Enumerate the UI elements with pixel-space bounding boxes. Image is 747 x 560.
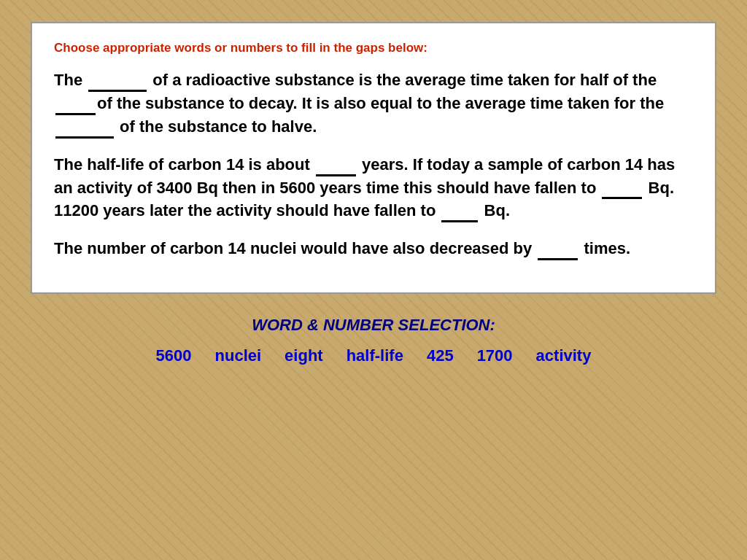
- main-card: Choose appropriate words or numbers to f…: [31, 22, 716, 294]
- p3-text-1: The number of carbon 14 nuclei would hav…: [54, 239, 536, 257]
- word-item: 425: [427, 346, 454, 365]
- blank-3: [55, 134, 114, 139]
- blank-2: [55, 111, 96, 115]
- paragraph-1: The of a radioactive substance is the av…: [54, 69, 693, 139]
- p2-text-1: The half-life of carbon 14 is about: [54, 155, 314, 174]
- word-item: 5600: [156, 346, 192, 365]
- p1-text-1: The: [54, 71, 87, 89]
- p1-text-4: of the substance to halve.: [115, 117, 317, 136]
- word-item: eight: [285, 346, 323, 365]
- p2-text-4: Bq.: [479, 201, 510, 219]
- word-item: nuclei: [215, 346, 262, 365]
- instruction-text: Choose appropriate words or numbers to f…: [54, 41, 693, 55]
- p1-text-3: of the substance to decay. It is also eq…: [97, 94, 664, 112]
- word-selection-area: WORD & NUMBER SELECTION: 5600nucleieight…: [31, 316, 716, 365]
- word-item: activity: [536, 346, 592, 365]
- word-list: 5600nucleieighthalf-life4251700activity: [31, 346, 716, 365]
- word-item: half-life: [347, 346, 403, 365]
- paragraph-2: The half-life of carbon 14 is about year…: [54, 153, 693, 223]
- blank-5: [602, 195, 642, 199]
- p3-text-2: times.: [579, 239, 630, 257]
- blank-1: [88, 88, 147, 92]
- paragraph-3: The number of carbon 14 nuclei would hav…: [54, 237, 693, 260]
- blank-6: [441, 218, 478, 222]
- word-item: 1700: [477, 346, 513, 365]
- p1-text-2: of a radioactive substance is the averag…: [148, 71, 657, 89]
- word-selection-title: WORD & NUMBER SELECTION:: [31, 316, 716, 335]
- blank-7: [538, 256, 578, 260]
- blank-4: [316, 172, 356, 176]
